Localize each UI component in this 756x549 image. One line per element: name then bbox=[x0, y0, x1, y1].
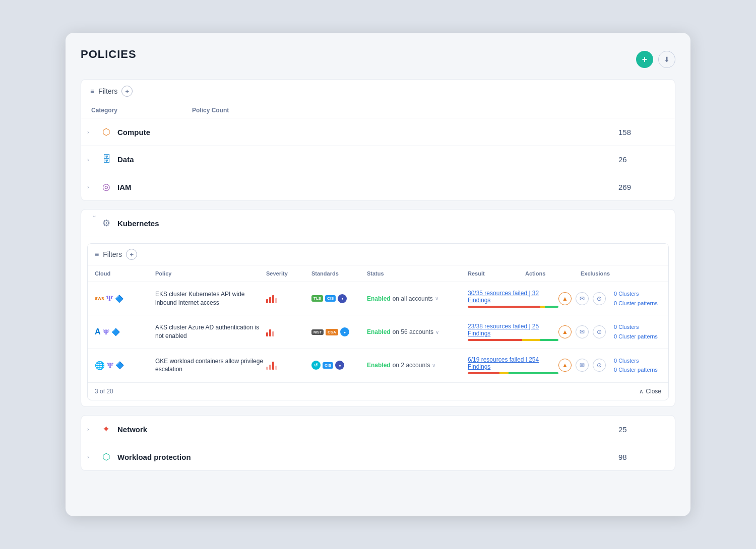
compute-chevron[interactable]: › bbox=[87, 129, 102, 135]
aks-sev-bar-1 bbox=[266, 332, 268, 336]
network-count: 25 bbox=[618, 425, 669, 434]
aks-sev-bar-2 bbox=[269, 329, 271, 336]
aks-status[interactable]: Enabled on 56 accounts ∨ bbox=[367, 328, 468, 335]
compute-row[interactable]: › ⬡ Compute 158 bbox=[81, 118, 675, 146]
col-policy: Policy bbox=[155, 270, 266, 277]
col-exclusions: Exclusions bbox=[581, 270, 661, 277]
gke-policy-name: GKE workload containers allow privilege … bbox=[155, 357, 266, 374]
download-button[interactable]: ⬇ bbox=[658, 51, 675, 68]
aks-mail-button[interactable]: ✉ bbox=[576, 325, 589, 338]
aks-status-chevron[interactable]: ∨ bbox=[435, 329, 439, 335]
aks-dots-button[interactable]: ⊙ bbox=[593, 325, 606, 338]
add-policy-button[interactable]: + bbox=[636, 51, 653, 68]
eks-result-bar bbox=[468, 306, 558, 308]
aks-standards: NIST CSA ● bbox=[311, 327, 367, 336]
gke-patterns-link[interactable]: 0 Cluster patterns bbox=[614, 367, 658, 373]
eks-severity bbox=[266, 294, 311, 303]
table-footer: 3 of 20 ∧ Close bbox=[88, 382, 668, 400]
iam-chevron[interactable]: › bbox=[87, 184, 102, 190]
gke-clusters-link[interactable]: 0 Clusters bbox=[614, 358, 639, 364]
add-filter-button[interactable]: + bbox=[121, 86, 133, 97]
gke-sev-bar-4 bbox=[275, 366, 277, 370]
kubernetes-section: › ⚙ Kubernetes ≡ Filters + Cloud Policy … bbox=[81, 209, 675, 407]
col-category: Category bbox=[91, 107, 192, 114]
gke-status-chevron[interactable]: ∨ bbox=[432, 363, 435, 368]
network-chevron[interactable]: › bbox=[87, 426, 102, 432]
iam-icon: ◎ bbox=[102, 181, 117, 192]
gke-bar-red bbox=[468, 372, 499, 374]
col-cloud: Cloud bbox=[95, 270, 155, 277]
aws-badge: aws bbox=[95, 296, 104, 301]
eks-alert-button[interactable]: ▲ bbox=[558, 292, 572, 305]
policy-row-aks: A 𝚿 🔷 AKS cluster Azure AD authenticatio… bbox=[88, 315, 668, 349]
eks-dots-button[interactable]: ⊙ bbox=[593, 292, 606, 305]
compute-icon: ⬡ bbox=[102, 126, 117, 138]
workload-row[interactable]: › ⬡ Workload protection 98 bbox=[81, 443, 675, 470]
std-circle-2: ● bbox=[340, 327, 349, 336]
eks-clusters: 0 Clusters bbox=[614, 289, 695, 299]
eks-status-chevron[interactable]: ∨ bbox=[435, 296, 438, 301]
compute-name: Compute bbox=[117, 128, 618, 136]
eks-actions: ▲ ✉ ⊙ bbox=[558, 292, 614, 305]
iam-name: IAM bbox=[117, 183, 618, 191]
data-chevron[interactable]: › bbox=[87, 157, 102, 163]
gcp-badge: 🌐 bbox=[95, 361, 105, 370]
col-severity: Severity bbox=[266, 270, 311, 277]
workload-count: 98 bbox=[618, 453, 669, 461]
gke-status-scope: on 2 accounts bbox=[393, 362, 430, 369]
col-policy-count: Policy Count bbox=[192, 107, 614, 114]
iam-row[interactable]: › ◎ IAM 269 bbox=[81, 173, 675, 200]
aks-severity bbox=[266, 327, 311, 336]
aks-alert-button[interactable]: ▲ bbox=[558, 325, 572, 338]
gke-sev-bar-1 bbox=[266, 367, 268, 370]
gke-status[interactable]: Enabled on 2 accounts ∨ bbox=[367, 362, 468, 369]
eks-mail-button[interactable]: ✉ bbox=[576, 292, 589, 305]
gke-result-link[interactable]: 6/19 resources failed | 254 Findings bbox=[468, 356, 558, 370]
std-tls: TLS bbox=[311, 295, 323, 302]
eks-status-enabled: Enabled bbox=[367, 295, 391, 302]
col-result: Result bbox=[468, 270, 525, 277]
filter-icon: ≡ bbox=[90, 87, 94, 95]
close-button[interactable]: ∧ Close bbox=[639, 388, 661, 395]
aks-exclusions: 0 Clusters 0 Cluster patterns bbox=[614, 322, 695, 341]
eks-cloud-icons: aws 𝚿 🔷 bbox=[95, 294, 155, 303]
gke-sev-bar-2 bbox=[269, 365, 271, 370]
kube-icon: ⚙ bbox=[102, 218, 117, 229]
inner-add-filter-button[interactable]: + bbox=[126, 249, 137, 260]
eks-clusters-link[interactable]: 0 Clusters bbox=[614, 291, 639, 297]
eks-bar-green bbox=[545, 306, 558, 308]
bottom-categories-card: › ✦ Network 25 › ⬡ Workload protection 9… bbox=[81, 415, 675, 471]
eks-bar-yellow bbox=[540, 306, 545, 308]
kube-chevron[interactable]: › bbox=[92, 216, 98, 231]
kubernetes-header[interactable]: › ⚙ Kubernetes bbox=[81, 210, 675, 237]
eks-result-link[interactable]: 30/35 resources failed | 32 Findings bbox=[468, 290, 558, 304]
page-title: POLICIES bbox=[81, 48, 137, 61]
data-row[interactable]: › 🗄 Data 26 bbox=[81, 146, 675, 173]
aks-cluster-patterns: 0 Cluster patterns bbox=[614, 332, 695, 341]
sev-bar-1 bbox=[266, 299, 268, 303]
aks-patterns-link[interactable]: 0 Cluster patterns bbox=[614, 333, 658, 339]
categories-table-header: Category Policy Count bbox=[81, 103, 675, 118]
aks-icon-2: 🔷 bbox=[111, 328, 120, 336]
header-actions: + ⬇ bbox=[636, 51, 675, 68]
gke-icon-2: 🔷 bbox=[115, 361, 124, 369]
std-cis-2: CIS bbox=[323, 362, 333, 369]
gke-sev-bar-3 bbox=[272, 362, 274, 370]
network-row[interactable]: › ✦ Network 25 bbox=[81, 416, 675, 443]
aks-status-enabled: Enabled bbox=[367, 328, 391, 335]
filters-bar: ≡ Filters + bbox=[81, 80, 675, 103]
aks-sev-bar-3 bbox=[272, 331, 274, 336]
eks-status[interactable]: Enabled on all accounts ∨ bbox=[367, 295, 468, 302]
sev-bar-3 bbox=[272, 295, 274, 303]
workload-name: Workload protection bbox=[117, 453, 618, 461]
eks-patterns-link[interactable]: 0 Cluster patterns bbox=[614, 300, 658, 306]
aks-clusters-link[interactable]: 0 Clusters bbox=[614, 324, 639, 330]
workload-chevron[interactable]: › bbox=[87, 454, 102, 460]
aks-result-link[interactable]: 23/38 resources failed | 25 Findings bbox=[468, 323, 558, 337]
gke-alert-button[interactable]: ▲ bbox=[558, 359, 572, 372]
eks-result: 30/35 resources failed | 32 Findings bbox=[468, 290, 558, 308]
aks-bar-yellow bbox=[522, 339, 540, 341]
gke-mail-button[interactable]: ✉ bbox=[576, 359, 589, 372]
gke-dots-button[interactable]: ⊙ bbox=[593, 359, 606, 372]
gke-cluster-patterns: 0 Cluster patterns bbox=[614, 365, 695, 375]
